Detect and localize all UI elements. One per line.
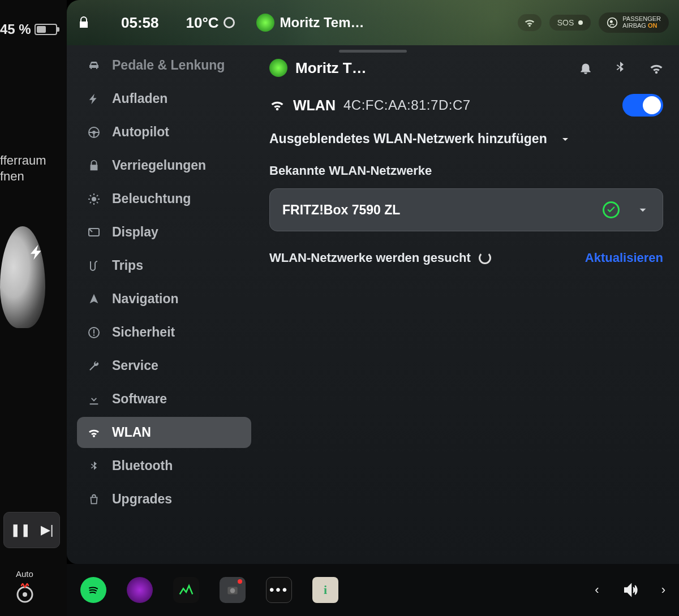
bolt-icon — [86, 93, 102, 105]
dock-volume-group: ‹ › — [595, 581, 665, 598]
battery-percent: 45 % — [0, 21, 31, 37]
profile-name: Moritz Tem… — [280, 15, 364, 31]
known-networks-header: Bekannte WLAN-Netzwerke — [269, 163, 663, 178]
wlan-content: Moritz T… WLAN 4C:FC:AA:81:7D:C7 Ausgebl… — [258, 45, 679, 564]
spinner-icon — [479, 252, 491, 264]
svg-point-6 — [92, 197, 96, 201]
chevron-down-icon[interactable] — [635, 203, 650, 217]
status-bar: 05:58 10°C Moritz Tem… SOS PASSENGER AIR… — [67, 0, 679, 45]
left-strip: 45 % fferraum fnen ❚❚ ▶| Auto — [0, 0, 67, 616]
sidebar-item-label: Trips — [112, 258, 143, 273]
sidebar-item-display[interactable]: Display — [77, 217, 251, 248]
mac-address: 4C:FC:AA:81:7D:C7 — [343, 97, 471, 113]
sidebar-item-label: Service — [112, 358, 158, 373]
sidebar-item-service[interactable]: Service — [77, 350, 251, 381]
sos-button[interactable]: SOS — [549, 15, 591, 31]
alert-icon — [86, 326, 102, 339]
bluetooth-icon[interactable] — [613, 61, 628, 75]
dock-app-manual[interactable]: i — [312, 577, 338, 603]
dock-app-spotify[interactable] — [80, 577, 106, 603]
drag-handle[interactable] — [339, 50, 407, 53]
sidebar-item-autopilot[interactable]: Autopilot — [77, 117, 251, 148]
sidebar-item-safety[interactable]: Sicherheit — [77, 317, 251, 348]
network-ssid: FRITZ!Box 7590 ZL — [282, 203, 400, 218]
svg-point-11 — [230, 588, 235, 593]
dock-app-dashcam[interactable] — [127, 577, 153, 603]
lock-icon — [86, 160, 102, 172]
lock-status-icon[interactable] — [77, 16, 91, 29]
trunk-label-line2: fnen — [0, 169, 67, 184]
profile-chip[interactable]: Moritz Tem… — [256, 14, 364, 32]
settings-panel: Pedale & Lenkung Aufladen Autopilot Verr… — [67, 45, 679, 564]
dock-app-more[interactable]: ••• — [266, 577, 292, 603]
sos-dot-icon — [578, 20, 583, 25]
sidebar-item-label: Beleuchtung — [112, 191, 191, 206]
wlan-label: WLAN — [293, 97, 336, 114]
sidebar-item-label: Navigation — [112, 291, 179, 307]
pause-button[interactable]: ❚❚ — [10, 523, 31, 537]
add-hidden-label: Ausgeblendetes WLAN-Netzwerk hinzufügen — [269, 131, 547, 147]
sidebar-item-label: Sicherheit — [112, 325, 175, 340]
dock-app-energy[interactable] — [173, 577, 199, 603]
connected-check-icon — [603, 201, 620, 218]
sidebar-item-label: Display — [112, 225, 158, 240]
volume-icon[interactable] — [622, 581, 639, 598]
sidebar-item-label: Verriegelungen — [112, 158, 206, 173]
sidebar-item-label: Software — [112, 391, 167, 407]
wifi-icon[interactable] — [648, 61, 663, 75]
sidebar-item-label: Bluetooth — [112, 458, 173, 473]
sidebar-item-label: Upgrades — [112, 492, 172, 507]
volume-up-button[interactable]: › — [661, 583, 665, 597]
svg-point-3 — [610, 20, 613, 23]
search-status-row: WLAN-Netzwerke werden gesucht Aktualisie… — [269, 251, 663, 265]
sidebar-item-lights[interactable]: Beleuchtung — [77, 183, 251, 214]
sidebar-item-label: Aufladen — [112, 91, 167, 106]
searching-label: WLAN-Netzwerke werden gesucht — [269, 251, 471, 265]
wifi-icon — [269, 97, 285, 113]
dock-app-camera[interactable] — [220, 577, 246, 603]
sos-label: SOS — [557, 18, 574, 27]
sidebar-item-charging[interactable]: Aufladen — [77, 83, 251, 114]
wlan-toggle-row: WLAN 4C:FC:AA:81:7D:C7 — [269, 94, 663, 117]
notifications-icon[interactable] — [578, 61, 593, 75]
trunk-label[interactable]: fferraum fnen — [0, 153, 67, 184]
battery-status: 45 % — [0, 21, 67, 37]
car-icon — [86, 59, 102, 72]
sidebar-item-trips[interactable]: Trips — [77, 250, 251, 281]
wlan-toggle[interactable] — [622, 94, 663, 117]
airbag-line2: AIRBAG — [622, 22, 646, 29]
volume-down-button[interactable]: ‹ — [595, 583, 599, 597]
car-graphic — [0, 226, 45, 328]
trunk-label-line1: fferraum — [0, 153, 67, 169]
sidebar-item-pedals[interactable]: Pedale & Lenkung — [77, 50, 251, 81]
settings-sidebar: Pedale & Lenkung Aufladen Autopilot Verr… — [67, 45, 258, 564]
content-header: Moritz T… — [269, 59, 663, 77]
sidebar-item-wlan[interactable]: WLAN — [77, 417, 251, 448]
sidebar-item-bluetooth[interactable]: Bluetooth — [77, 450, 251, 481]
airbag-on: ON — [648, 22, 657, 29]
media-mini-player: ❚❚ ▶| — [3, 512, 60, 548]
add-hidden-network[interactable]: Ausgeblendetes WLAN-Netzwerk hinzufügen — [269, 131, 663, 147]
temperature: 10°C — [186, 14, 235, 32]
sidebar-item-navigation[interactable]: Navigation — [77, 283, 251, 315]
wifi-status-icon[interactable] — [518, 14, 542, 31]
trips-icon — [86, 259, 102, 273]
profile-title: Moritz T… — [295, 59, 367, 77]
next-track-button[interactable]: ▶| — [41, 523, 54, 537]
sidebar-item-locks[interactable]: Verriegelungen — [77, 150, 251, 181]
wrench-icon — [86, 360, 102, 372]
sun-icon — [86, 192, 102, 206]
sidebar-item-software[interactable]: Software — [77, 384, 251, 415]
climate-target-icon — [224, 17, 235, 28]
refresh-button[interactable]: Aktualisieren — [585, 251, 663, 265]
airbag-indicator: PASSENGER AIRBAG ON — [599, 12, 669, 32]
steering-icon — [86, 126, 102, 139]
nav-icon — [86, 293, 102, 305]
sidebar-item-upgrades[interactable]: Upgrades — [77, 484, 251, 515]
climate-auto-label: Auto — [16, 569, 33, 579]
heated-steering-icon[interactable] — [12, 580, 37, 605]
network-row[interactable]: FRITZ!Box 7590 ZL — [269, 188, 663, 231]
status-bar-right: SOS PASSENGER AIRBAG ON — [518, 12, 669, 32]
bag-icon — [86, 493, 102, 506]
avatar-icon — [269, 59, 287, 77]
